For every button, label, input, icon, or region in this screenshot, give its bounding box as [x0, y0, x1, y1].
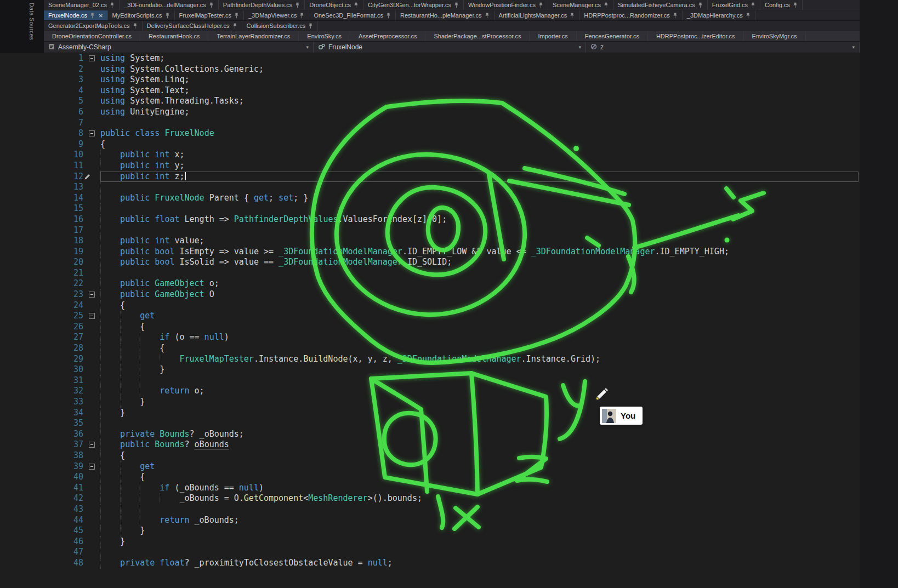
tab-AssetPreprocessor.cs[interactable]: AssetPreprocessor.cs — [350, 31, 425, 41]
code-line-37[interactable]: 37public Bounds? oBounds — [0, 439, 860, 450]
code-line-48[interactable]: 48private float? _proximityToClosestObst… — [0, 558, 860, 569]
tab-SimulatedFisheyeCamera.cs[interactable]: SimulatedFisheyeCamera.cs — [613, 0, 708, 10]
pin-icon[interactable] — [386, 13, 391, 19]
code-line-3[interactable]: 3using System.Linq; — [0, 75, 860, 85]
code-editor[interactable]: 1using System;2using System.Collections.… — [0, 53, 860, 588]
code-line-41[interactable]: 41if (_oBounds == null) — [0, 483, 860, 494]
pin-icon[interactable] — [354, 2, 359, 8]
tab-WindowPositionFinder.cs[interactable]: WindowPositionFinder.cs — [464, 0, 548, 10]
pin-icon[interactable] — [570, 13, 575, 19]
tab-CollisionSubscriber.cs[interactable]: CollisionSubscriber.cs — [242, 21, 319, 31]
code-line-23[interactable]: 23public GameObject O — [0, 289, 860, 300]
tab-HDRPPostproc...Randomizer.cs[interactable]: HDRPPostproc...Randomizer.cs — [579, 10, 683, 20]
pin-icon[interactable] — [234, 13, 239, 19]
pin-icon[interactable] — [698, 2, 703, 8]
fold-collapse-icon[interactable] — [89, 55, 95, 61]
code-line-19[interactable]: 19public bool IsEmpty => value >= _3DFou… — [0, 247, 860, 258]
code-line-42[interactable]: 42_oBounds = O.GetComponent<MeshRenderer… — [0, 493, 860, 504]
code-line-47[interactable]: 47 — [0, 547, 860, 558]
tab-ArtificialLightsManager.cs[interactable]: ArtificialLightsManager.cs — [495, 10, 580, 20]
tab-DeliverySurfaceClassHelper.cs[interactable]: DeliverySurfaceClassHelper.cs — [143, 21, 242, 31]
tab-ShaderPackage...stProcessor.cs[interactable]: ShaderPackage...stProcessor.cs — [425, 31, 530, 41]
code-line-35[interactable]: 35 — [0, 418, 860, 429]
pin-icon[interactable] — [133, 23, 138, 29]
tab-OneSec3D_FileFormat.cs[interactable]: OneSec3D_FileFormat.cs — [309, 10, 396, 20]
code-line-18[interactable]: 18public int value; — [0, 236, 860, 247]
tab-CityGen3DGen...torWrapper.cs[interactable]: CityGen3DGen...torWrapper.cs — [363, 0, 464, 10]
code-line-10[interactable]: 10public int x; — [0, 150, 860, 161]
tab-MyEditorScripts.cs[interactable]: MyEditorScripts.cs — [108, 10, 175, 20]
pin-icon[interactable] — [746, 13, 751, 19]
code-line-6[interactable]: 6using UnityEngine; — [0, 107, 860, 118]
tab-HDRPPostproc...izerEditor.cs[interactable]: HDRPPostproc...izerEditor.cs — [648, 31, 744, 41]
tab-EnviroSky.cs[interactable]: EnviroSky.cs — [299, 31, 350, 41]
code-line-44[interactable]: 44return _oBounds; — [0, 515, 860, 526]
pin-icon[interactable] — [538, 2, 543, 8]
tab-FencesGenerator.cs[interactable]: FencesGenerator.cs — [577, 31, 648, 41]
pin-icon[interactable] — [232, 23, 237, 29]
code-line-32[interactable]: 32return o; — [0, 386, 860, 397]
code-line-15[interactable]: 15 — [0, 203, 860, 214]
code-line-24[interactable]: 24{ — [0, 300, 860, 311]
tab-_3DFoundatio...delManager.cs[interactable]: _3DFoundatio...delManager.cs — [120, 0, 219, 10]
code-line-36[interactable]: 36private Bounds? _oBounds; — [0, 429, 860, 440]
tab-SceneManager.cs[interactable]: SceneManager.cs — [548, 0, 613, 10]
code-line-13[interactable]: 13 — [0, 182, 860, 193]
type-dropdown[interactable]: FruxelNode ▾ — [314, 42, 586, 53]
pin-icon[interactable] — [165, 13, 170, 19]
code-line-21[interactable]: 21 — [0, 268, 860, 279]
fold-collapse-icon[interactable] — [89, 292, 95, 298]
pin-icon[interactable] — [673, 13, 678, 19]
code-line-11[interactable]: 11public int y; — [0, 161, 860, 172]
fold-collapse-icon[interactable] — [89, 464, 95, 470]
code-line-46[interactable]: 46} — [0, 536, 860, 547]
code-line-38[interactable]: 38{ — [0, 450, 860, 461]
tab-RestaurantHo...pleManager.cs[interactable]: RestaurantHo...pleManager.cs — [396, 10, 495, 20]
project-dropdown[interactable]: Assembly-CSharp ▾ — [44, 42, 314, 53]
tab-TerrainLayerRandomizer.cs[interactable]: TerrainLayerRandomizer.cs — [208, 31, 299, 41]
pin-icon[interactable] — [209, 2, 214, 8]
code-line-33[interactable]: 33} — [0, 397, 860, 408]
code-line-43[interactable]: 43 — [0, 504, 860, 515]
tab-Generator2ExportMapTools.cs[interactable]: Generator2ExportMapTools.cs — [44, 21, 143, 31]
code-line-45[interactable]: 45} — [0, 526, 860, 536]
code-line-8[interactable]: 8public class FruxelNode — [0, 128, 860, 139]
tab-SceneManager_02.cs[interactable]: SceneManager_02.cs — [44, 0, 120, 10]
code-line-29[interactable]: 29FruxelMapTester.Instance.BuildNode(x, … — [0, 354, 860, 365]
tab-Config.cs[interactable]: Config.cs — [760, 0, 803, 10]
code-line-26[interactable]: 26{ — [0, 322, 860, 333]
code-line-27[interactable]: 27if (o == null) — [0, 332, 860, 343]
code-line-31[interactable]: 31 — [0, 375, 860, 386]
fold-collapse-icon[interactable] — [89, 442, 95, 448]
code-line-16[interactable]: 16public float Length => PathfinderDepth… — [0, 214, 860, 225]
tab-_3DMapViewer.cs[interactable]: _3DMapViewer.cs — [244, 10, 309, 20]
member-dropdown[interactable]: z ▾ — [586, 42, 860, 53]
tab-FruxelGrid.cs[interactable]: FruxelGrid.cs — [708, 0, 760, 10]
pin-icon[interactable] — [751, 2, 755, 8]
tab-DroneOrientationController.cs[interactable]: DroneOrientationController.cs — [44, 31, 140, 41]
code-line-5[interactable]: 5using System.Threading.Tasks; — [0, 96, 860, 107]
pin-icon[interactable] — [308, 23, 313, 29]
code-line-34[interactable]: 34} — [0, 408, 860, 419]
pin-icon[interactable] — [295, 2, 300, 8]
pin-icon[interactable] — [110, 2, 115, 8]
code-line-2[interactable]: 2using System.Collections.Generic; — [0, 64, 860, 75]
code-line-1[interactable]: 1using System; — [0, 53, 860, 64]
code-line-30[interactable]: 30} — [0, 364, 860, 375]
pin-icon[interactable] — [604, 2, 609, 8]
code-line-9[interactable]: 9{ — [0, 139, 860, 150]
code-line-12[interactable]: 12public int z; — [0, 172, 860, 182]
tab-DroneObject.cs[interactable]: DroneObject.cs — [305, 0, 363, 10]
tab-_3DMapHierarchy.cs[interactable]: _3DMapHierarchy.cs — [683, 10, 755, 20]
code-line-40[interactable]: 40{ — [0, 472, 860, 483]
fold-collapse-icon[interactable] — [89, 130, 95, 136]
code-line-14[interactable]: 14public FruxelNode Parent { get; set; } — [0, 193, 860, 204]
code-line-25[interactable]: 25get — [0, 311, 860, 322]
code-line-4[interactable]: 4using System.Text; — [0, 85, 860, 96]
pin-icon[interactable] — [485, 13, 490, 19]
pin-icon[interactable] — [299, 13, 304, 19]
tab-RestaurantHook.cs[interactable]: RestaurantHook.cs — [140, 31, 209, 41]
code-line-7[interactable]: 7 — [0, 118, 860, 129]
tab-EnviroSkyMgr.cs[interactable]: EnviroSkyMgr.cs — [744, 31, 806, 41]
code-line-20[interactable]: 20public bool IsSolid => value == _3DFou… — [0, 257, 860, 268]
